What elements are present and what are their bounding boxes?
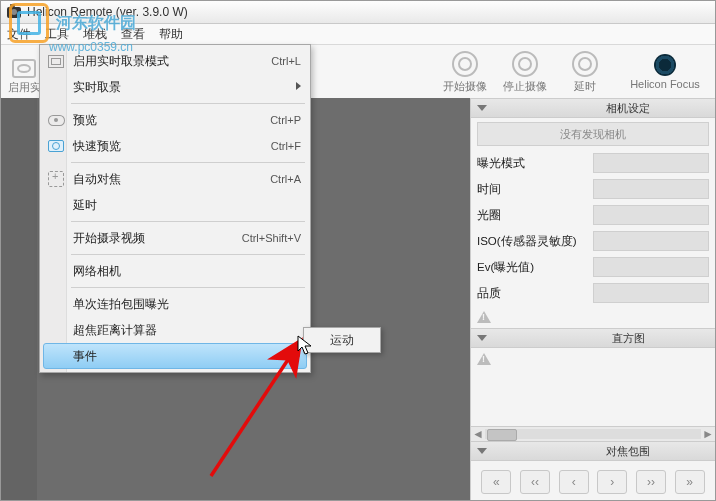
prop-label: ISO(传感器灵敏度) (477, 234, 587, 249)
delay-button[interactable]: 延时 (555, 47, 615, 97)
window-title: Helicon Remote (ver. 3.9.0 W) (27, 5, 188, 19)
prop-value[interactable] (593, 283, 709, 303)
prop-row-iso: ISO(传感器灵敏度) (471, 228, 715, 254)
prop-row-quality: 品质 (471, 280, 715, 306)
menu-item-autofocus[interactable]: 自动对焦 Ctrl+A (43, 166, 307, 192)
panel-title: 对焦包围 (547, 444, 709, 459)
toolbar-label: 延时 (574, 79, 596, 94)
gear-icon (512, 51, 538, 77)
focus-near-fast-button[interactable]: » (675, 470, 705, 494)
menu-item-shortcut: Ctrl+L (271, 55, 301, 67)
histogram-area (471, 370, 715, 426)
prop-value[interactable] (593, 205, 709, 225)
no-camera-notice: 没有发现相机 (477, 122, 709, 146)
menu-view[interactable]: 查看 (121, 26, 145, 43)
app-window: 河东软件园 www.pc0359.cn Helicon Remote (ver.… (0, 0, 716, 501)
scroll-right-icon[interactable]: ► (701, 428, 715, 440)
scroll-track[interactable] (485, 429, 701, 439)
menu-item-start-record[interactable]: 开始摄录视频 Ctrl+Shift+V (43, 225, 307, 251)
prop-row-aperture: 光圈 (471, 202, 715, 228)
menu-item-label: 预览 (73, 112, 260, 129)
liveview-button-partial[interactable]: 启用实 (7, 59, 41, 95)
prop-row-exposure-mode: 曝光模式 (471, 150, 715, 176)
prop-label: 曝光模式 (477, 156, 587, 171)
menu-item-events[interactable]: 事件 (43, 343, 307, 369)
prop-row-time: 时间 (471, 176, 715, 202)
menu-item-single-bracket[interactable]: 单次连拍包围曝光 (43, 291, 307, 317)
stop-capture-button[interactable]: 停止摄像 (495, 47, 555, 97)
warning-icon (477, 353, 491, 365)
menu-item-preview[interactable]: 预览 Ctrl+P (43, 107, 307, 133)
focus-far-med-button[interactable]: ‹‹ (520, 470, 550, 494)
focus-far-fast-button[interactable]: « (481, 470, 511, 494)
prop-value[interactable] (593, 231, 709, 251)
focus-lens-icon (654, 54, 676, 76)
menu-separator (71, 162, 305, 163)
menu-item-quick-preview[interactable]: 快速预览 Ctrl+F (43, 133, 307, 159)
menu-item-label: 超焦距离计算器 (73, 322, 301, 339)
toolbar-label: 停止摄像 (503, 79, 547, 94)
menu-item-liveview[interactable]: 实时取景 (43, 74, 307, 100)
title-bar: Helicon Remote (ver. 3.9.0 W) (1, 1, 715, 24)
menu-item-shortcut: Ctrl+F (271, 140, 301, 152)
menu-item-label: 延时 (73, 197, 301, 214)
prop-row-ev: Ev(曝光值) (471, 254, 715, 280)
menu-item-label: 自动对焦 (73, 171, 260, 188)
menu-item-hyperfocal-calc[interactable]: 超焦距离计算器 (43, 317, 307, 343)
scroll-thumb[interactable] (487, 429, 517, 441)
app-icon (7, 7, 21, 18)
menu-item-enable-liveview[interactable]: 启用实时取景模式 Ctrl+L (43, 48, 307, 74)
toolbar-label: 启用实 (8, 80, 41, 95)
menu-separator (71, 254, 305, 255)
prop-value[interactable] (593, 179, 709, 199)
menu-item-shortcut: Ctrl+P (270, 114, 301, 126)
submenu-item-motion[interactable]: 运动 (330, 332, 354, 349)
toolbar-label: 开始摄像 (443, 79, 487, 94)
prop-label: Ev(曝光值) (477, 260, 587, 275)
menu-item-shortcut: Ctrl+A (270, 173, 301, 185)
menu-item-label: 实时取景 (73, 79, 301, 96)
histogram-header[interactable]: 直方图 (471, 328, 715, 348)
warning-icon (477, 311, 491, 323)
prop-label: 时间 (477, 182, 587, 197)
camera-settings-header[interactable]: 相机设定 (471, 98, 715, 118)
toolbar-label: Helicon Focus (630, 78, 700, 90)
menu-item-label: 事件 (73, 348, 300, 365)
prop-label: 光圈 (477, 208, 587, 223)
focus-near-med-button[interactable]: ›› (636, 470, 666, 494)
focus-bracket-header[interactable]: 对焦包围 (471, 441, 715, 461)
menu-separator (71, 103, 305, 104)
menu-separator (71, 287, 305, 288)
menu-tools[interactable]: 工具 (45, 26, 69, 43)
prop-value[interactable] (593, 257, 709, 277)
menu-item-delay[interactable]: 延时 (43, 192, 307, 218)
menu-item-label: 启用实时取景模式 (73, 53, 261, 70)
collapse-icon (477, 448, 487, 454)
events-submenu: 运动 (303, 327, 381, 353)
panel-title: 相机设定 (547, 101, 709, 116)
prop-value[interactable] (593, 153, 709, 173)
right-panel: 相机设定 没有发现相机 曝光模式 时间 光圈 ISO(传感器灵敏度) Ev(曝光… (470, 98, 715, 500)
gear-icon (572, 51, 598, 77)
eye-icon (47, 111, 65, 129)
panel-title: 直方图 (547, 331, 709, 346)
camera-icon (47, 137, 65, 155)
menu-help[interactable]: 帮助 (159, 26, 183, 43)
warning-row (471, 306, 715, 328)
scroll-left-icon[interactable]: ◄ (471, 428, 485, 440)
liveview-icon (12, 59, 36, 78)
submenu-arrow-icon (296, 82, 301, 90)
autofocus-icon (47, 170, 65, 188)
helicon-focus-button[interactable]: Helicon Focus (615, 47, 715, 97)
histogram-warning (471, 348, 715, 370)
menu-file[interactable]: 文件 (7, 26, 31, 43)
start-capture-button[interactable]: 开始摄像 (435, 47, 495, 97)
prop-label: 品质 (477, 286, 587, 301)
menu-stack[interactable]: 堆栈 (83, 26, 107, 43)
focus-near-slow-button[interactable]: › (597, 470, 627, 494)
histogram-scrollbar[interactable]: ◄ ► (471, 426, 715, 441)
menu-item-label: 网络相机 (73, 263, 301, 280)
menu-item-network-camera[interactable]: 网络相机 (43, 258, 307, 284)
focus-far-slow-button[interactable]: ‹ (559, 470, 589, 494)
menu-item-label: 开始摄录视频 (73, 230, 232, 247)
